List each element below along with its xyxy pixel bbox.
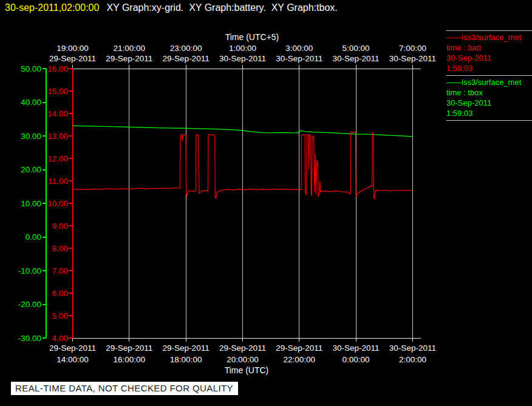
- inner-y-tick-label: 15.00: [47, 87, 68, 96]
- bottom-tick-time-label: 18:00:00: [170, 355, 202, 364]
- inner-y-tick-label: 7.00: [52, 266, 68, 276]
- outer-y-tick-label: -10.00: [18, 266, 41, 276]
- inner-y-tick-label: 10.00: [47, 199, 68, 208]
- top-tick-date-label: 30-Sep-2011: [219, 54, 266, 63]
- outer-y-tick-label: 0.00: [26, 232, 41, 242]
- legend-entry-batt: iss3/surface_met time : batt 30-Sep-2011…: [446, 31, 532, 75]
- legend-date: 30-Sep-2011: [446, 98, 532, 108]
- legend: iss3/surface_met time : batt 30-Sep-2011…: [446, 30, 532, 121]
- top-tick-time-label: 21:00:00: [114, 44, 146, 53]
- inner-y-tick-label: 6.00: [52, 289, 68, 298]
- legend-series-label: iss3/surface_met: [462, 78, 521, 87]
- inner-y-tick-label: 14.00: [47, 109, 68, 118]
- bottom-tick-date-label: 30-Sep-2011: [389, 343, 436, 353]
- inner-y-tick-label: 9.00: [52, 222, 68, 231]
- legend-date: 30-Sep-2011: [446, 53, 532, 63]
- outer-y-tick-label: 20.00: [21, 165, 41, 174]
- legend-field: time : tbox: [446, 87, 532, 98]
- bottom-tick-date-label: 30-Sep-2011: [333, 343, 380, 353]
- top-tick-date-label: 29-Sep-2011: [49, 54, 96, 63]
- top-tick-date-label: 30-Sep-2011: [276, 54, 322, 63]
- bottom-tick-date-label: 29-Sep-2011: [49, 343, 96, 353]
- legend-field: time : batt: [446, 42, 532, 53]
- legend-series-name: iss3/surface_met: [446, 32, 532, 42]
- bottom-axis-title: Time (UTC): [225, 365, 269, 375]
- top-tick-time-label: 23:00:00: [170, 44, 202, 53]
- bottom-tick-date-label: 29-Sep-2011: [163, 343, 210, 353]
- outer-y-tick-label: -20.00: [18, 300, 41, 309]
- top-tick-time-label: 1:00:00: [229, 44, 256, 53]
- bottom-tick-date-label: 29-Sep-2011: [219, 343, 266, 353]
- outer-y-tick-label: 50.00: [21, 64, 41, 73]
- legend-series-name: iss3/surface_met: [446, 77, 532, 87]
- inner-y-tick-label: 16.00: [47, 64, 68, 73]
- top-tick-time-label: 3:00:00: [285, 44, 313, 53]
- bottom-tick-time-label: 14:00:00: [56, 355, 89, 364]
- top-tick-date-label: 29-Sep-2011: [106, 54, 152, 63]
- top-tick-time-label: 5:00:00: [343, 44, 370, 53]
- top-axis-title: Time (UTC+5): [225, 32, 279, 42]
- outer-y-tick-label: 30.00: [21, 132, 41, 141]
- legend-entry-tbox: iss3/surface_met time : tbox 30-Sep-2011…: [446, 76, 532, 120]
- legend-separator: [446, 120, 532, 121]
- xy-graph-window: 30-sep-2011,02:00:00XY Graph:xy-grid. XY…: [0, 0, 532, 406]
- inner-y-tick-label: 5.00: [52, 311, 68, 320]
- bottom-tick-time-label: 0:00:00: [343, 355, 370, 364]
- top-tick-time-label: 7:00:00: [399, 44, 426, 53]
- inner-y-tick-label: 13.00: [47, 132, 68, 141]
- inner-y-tick-label: 11.00: [48, 177, 68, 186]
- inner-y-tick-label: 12.00: [47, 154, 68, 163]
- outer-y-tick-label: -30.00: [18, 334, 41, 343]
- bottom-tick-date-label: 29-Sep-2011: [276, 343, 322, 353]
- top-tick-date-label: 30-Sep-2011: [333, 54, 380, 63]
- top-tick-date-label: 29-Sep-2011: [163, 54, 210, 63]
- quality-banner: REAL-TIME DATA, NOT CHECKED FOR QUALITY: [11, 382, 238, 395]
- batt-line-swatch: [446, 38, 461, 38]
- top-tick-time-label: 19:00:00: [56, 44, 89, 53]
- top-tick-date-label: 30-Sep-2011: [389, 54, 436, 63]
- legend-time: 1:59:03: [446, 108, 532, 118]
- bottom-tick-date-label: 29-Sep-2011: [106, 343, 152, 353]
- inner-y-tick-label: 8.00: [52, 244, 68, 253]
- bottom-tick-time-label: 20:00:00: [227, 355, 259, 364]
- outer-y-tick-label: 40.00: [21, 98, 41, 107]
- tbox-line-swatch: [446, 83, 461, 83]
- bottom-tick-time-label: 16:00:00: [114, 355, 146, 364]
- bottom-tick-time-label: 22:00:00: [283, 355, 315, 364]
- inner-y-tick-label: 4.00: [52, 334, 68, 343]
- legend-time: 1:59:03: [446, 63, 532, 73]
- bottom-tick-time-label: 2:00:00: [399, 355, 426, 364]
- outer-y-tick-label: 10.00: [21, 199, 41, 208]
- legend-series-label: iss3/surface_met: [462, 33, 521, 42]
